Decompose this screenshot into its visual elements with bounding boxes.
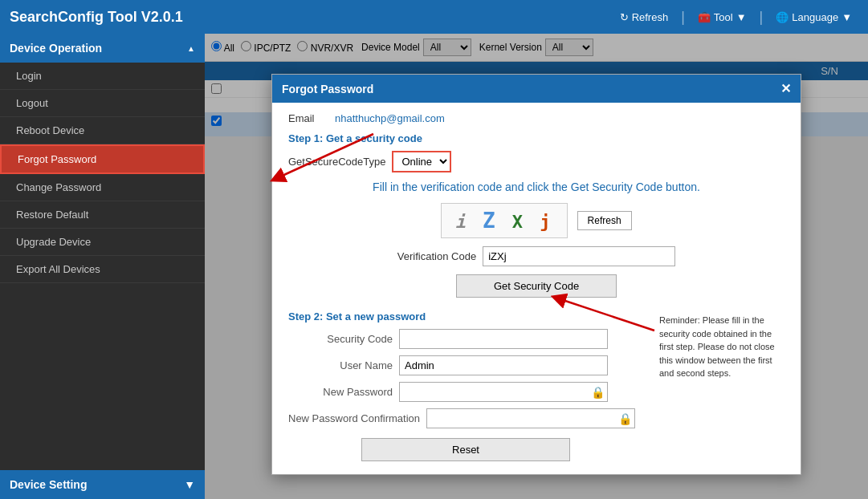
forgot-password-modal: Forgot Password ✕ Email nhatthuchp@gmail… bbox=[271, 74, 801, 475]
main-layout: Device Operation ▲ Login Logout Reboot D… bbox=[0, 34, 868, 499]
sidebar-item-export-all[interactable]: Export All Devices bbox=[0, 256, 205, 283]
captcha-box: i Z X j bbox=[441, 203, 567, 238]
device-setting-arrow: ▼ bbox=[184, 478, 195, 491]
sidebar-item-upgrade-device[interactable]: Upgrade Device bbox=[0, 229, 205, 256]
captcha-row: i Z X j Refresh bbox=[288, 203, 784, 238]
new-password-confirm-label: New Password Confirmation bbox=[288, 412, 420, 424]
refresh-captcha-button[interactable]: Refresh bbox=[577, 211, 632, 230]
modal-body: Email nhatthuchp@gmail.com Step 1: Get a… bbox=[272, 103, 801, 474]
tool-icon: 🧰 bbox=[698, 11, 711, 23]
new-password-confirm-row: New Password Confirmation 🔒 bbox=[288, 408, 643, 428]
header: SearchConfig Tool V2.0.1 ↻ Refresh | 🧰 T… bbox=[0, 0, 868, 34]
sidebar-item-reboot[interactable]: Reboot Device bbox=[0, 117, 205, 144]
sidebar-item-restore-default[interactable]: Restore Default bbox=[0, 201, 205, 229]
email-label: Email bbox=[288, 112, 328, 124]
verification-code-input[interactable] bbox=[483, 246, 675, 266]
security-code-row: Security Code bbox=[288, 329, 643, 349]
new-password-lock-icon: 🔒 bbox=[591, 386, 605, 399]
step2-form: Step 2: Set a new password Security Code… bbox=[288, 310, 643, 461]
step2-label: Step 2: Set a new password bbox=[288, 310, 643, 323]
app-title: SearchConfig Tool V2.0.1 bbox=[10, 9, 183, 26]
step2-area: Step 2: Set a new password Security Code… bbox=[288, 310, 784, 461]
username-row: User Name bbox=[288, 355, 643, 375]
globe-icon: 🌐 bbox=[776, 11, 789, 23]
new-password-label: New Password bbox=[288, 386, 393, 398]
username-label: User Name bbox=[288, 359, 393, 371]
confirm-password-lock-icon: 🔒 bbox=[618, 412, 632, 425]
verification-code-label: Verification Code bbox=[397, 250, 476, 262]
instruction-text: Fill in the verification code and click … bbox=[288, 181, 784, 193]
sidebar-item-change-password[interactable]: Change Password bbox=[0, 174, 205, 201]
email-row: Email nhatthuchp@gmail.com bbox=[288, 112, 784, 124]
sidebar-item-login[interactable]: Login bbox=[0, 63, 205, 90]
new-password-confirm-input[interactable] bbox=[426, 408, 635, 428]
header-refresh-button[interactable]: ↻ Refresh bbox=[613, 8, 675, 26]
reminder-text: Reminder: Please fill in the security co… bbox=[656, 310, 784, 461]
get-secure-type-select[interactable]: Online bbox=[392, 151, 451, 172]
verification-code-row: Verification Code bbox=[288, 246, 784, 266]
captcha-char-z: Z bbox=[483, 209, 499, 233]
captcha-char-x: X bbox=[512, 212, 526, 232]
tool-button[interactable]: 🧰 Tool ▼ bbox=[691, 8, 753, 26]
content-area: All IPC/PTZ NVR/XVR Device Model All Ker… bbox=[205, 34, 868, 499]
modal-header: Forgot Password ✕ bbox=[272, 75, 801, 103]
sidebar-section-header[interactable]: Device Operation ▲ bbox=[0, 34, 205, 63]
modal-title: Forgot Password bbox=[282, 83, 373, 95]
header-actions: ↻ Refresh | 🧰 Tool ▼ | 🌐 Language ▼ bbox=[613, 8, 858, 26]
new-password-row: New Password 🔒 bbox=[288, 382, 643, 402]
new-password-wrapper: 🔒 bbox=[399, 382, 608, 402]
modal-overlay: Forgot Password ✕ Email nhatthuchp@gmail… bbox=[205, 34, 868, 499]
sidebar-bottom[interactable]: Device Setting ▼ bbox=[0, 470, 205, 499]
security-code-label: Security Code bbox=[288, 333, 393, 345]
sidebar: Device Operation ▲ Login Logout Reboot D… bbox=[0, 34, 205, 499]
header-divider1: | bbox=[681, 9, 685, 26]
sidebar-section-arrow: ▲ bbox=[187, 44, 195, 53]
tool-chevron-icon: ▼ bbox=[736, 11, 747, 23]
email-value: nhatthuchp@gmail.com bbox=[335, 112, 445, 124]
security-code-input[interactable] bbox=[399, 329, 608, 349]
new-password-input[interactable] bbox=[399, 382, 608, 402]
sidebar-item-logout[interactable]: Logout bbox=[0, 90, 205, 117]
modal-close-button[interactable]: ✕ bbox=[780, 81, 791, 96]
language-button[interactable]: 🌐 Language ▼ bbox=[769, 8, 858, 26]
get-secure-type-label: GetSecureCodeType bbox=[288, 156, 385, 168]
step1-label: Step 1: Get a security code bbox=[288, 132, 784, 144]
sidebar-top: Device Operation ▲ Login Logout Reboot D… bbox=[0, 34, 205, 470]
username-input[interactable] bbox=[399, 355, 608, 375]
captcha-char-j: j bbox=[540, 212, 553, 232]
device-setting-label: Device Setting bbox=[10, 478, 87, 491]
refresh-icon: ↻ bbox=[620, 11, 629, 23]
sidebar-item-forgot-password[interactable]: Forgot Password bbox=[0, 144, 205, 174]
reset-button[interactable]: Reset bbox=[361, 438, 570, 461]
get-security-code-button[interactable]: Get Security Code bbox=[456, 274, 617, 298]
captcha-char-i: i bbox=[454, 212, 468, 232]
header-divider2: | bbox=[760, 9, 764, 26]
lang-chevron-icon: ▼ bbox=[842, 11, 852, 23]
get-secure-row: GetSecureCodeType Online bbox=[288, 151, 784, 172]
new-password-confirm-wrapper: 🔒 bbox=[426, 408, 635, 428]
sidebar-section-label: Device Operation bbox=[10, 42, 102, 55]
